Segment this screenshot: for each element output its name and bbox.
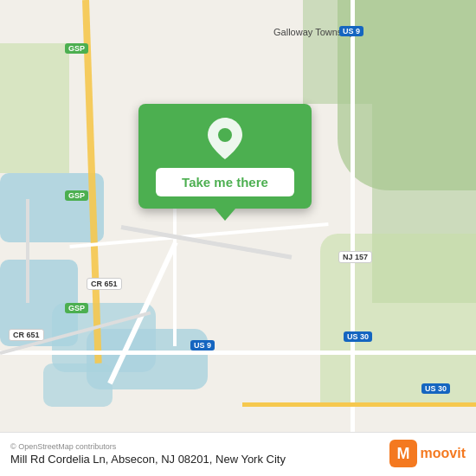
- green-area-2: [303, 0, 372, 104]
- green-area-3: [0, 43, 69, 173]
- us9-badge-top: US 9: [339, 26, 363, 36]
- gsp-badge-2: GSP: [65, 190, 88, 201]
- us30-road: [0, 351, 476, 355]
- location-text: Mill Rd Cordelia Ln, Absecon, NJ 08201, …: [10, 453, 286, 466]
- cr651-badge-1: CR 651: [87, 278, 122, 290]
- us9-badge-mid: US 9: [190, 340, 215, 351]
- gsp-badge-1: GSP: [65, 43, 88, 54]
- nj157-badge: NJ 157: [338, 251, 372, 263]
- svg-point-0: [218, 128, 232, 142]
- map-container: Galloway Township GSP GSP GSP US 9 US 9 …: [0, 0, 476, 476]
- take-me-there-button[interactable]: Take me there: [156, 168, 294, 196]
- cr651-badge-2: CR 651: [9, 329, 44, 341]
- bottom-bar: © OpenStreetMap contributors Mill Rd Cor…: [0, 432, 476, 476]
- attribution-text: © OpenStreetMap contributors: [10, 442, 286, 451]
- moovit-logo: M moovit: [389, 440, 466, 467]
- moovit-text: moovit: [421, 446, 466, 461]
- cr651-road-2: [26, 199, 29, 303]
- us30-badge-2: US 30: [421, 383, 450, 394]
- gsp-badge-3: GSP: [65, 303, 88, 313]
- road-br: [242, 402, 476, 407]
- water-bottom-2: [43, 363, 113, 407]
- moovit-icon: M: [389, 440, 417, 467]
- bottom-bar-left: © OpenStreetMap contributors Mill Rd Cor…: [10, 442, 286, 466]
- popup-card: Take me there: [138, 104, 312, 209]
- us30-badge-1: US 30: [344, 331, 372, 342]
- location-pin-icon: [208, 118, 242, 159]
- svg-text:M: M: [396, 445, 409, 462]
